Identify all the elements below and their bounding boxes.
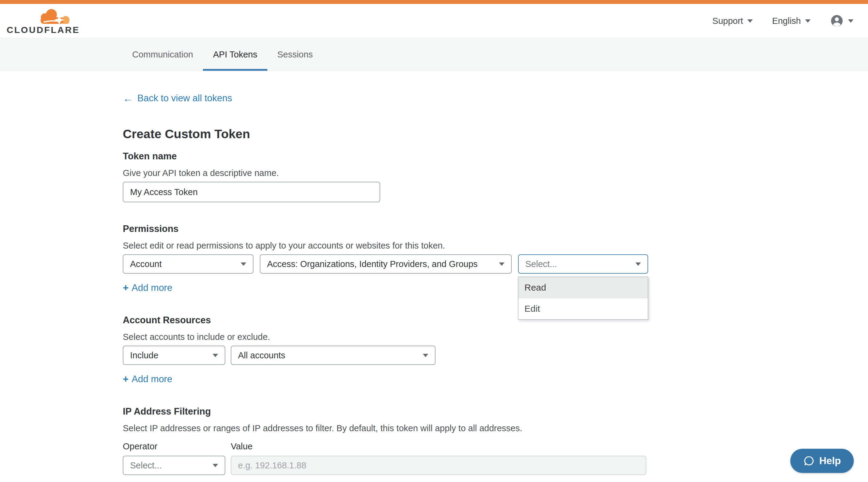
chevron-down-icon (805, 19, 810, 23)
menu-option-read[interactable]: Read (518, 277, 648, 298)
chat-bubble-icon (803, 455, 815, 467)
tab-communication[interactable]: Communication (122, 38, 203, 71)
ip-filtering-labels: Operator Value (123, 441, 655, 451)
account-resources-mode-value: Include (130, 350, 158, 360)
menu-option-edit[interactable]: Edit (518, 298, 648, 319)
chevron-down-icon (499, 262, 504, 266)
add-more-account-resources-label: Add more (131, 374, 172, 385)
cloudflare-wordmark: CLOUDFLARE (7, 25, 80, 34)
operator-select[interactable]: Select... (123, 456, 225, 475)
help-button[interactable]: Help (790, 449, 854, 473)
add-more-permissions-label: Add more (131, 282, 172, 293)
permission-level-select[interactable]: Select... (518, 254, 648, 274)
help-button-label: Help (819, 455, 841, 467)
chevron-down-icon (747, 19, 753, 23)
back-link-label: Back to view all tokens (137, 93, 232, 104)
avatar-icon (830, 14, 844, 28)
account-menu[interactable] (830, 14, 854, 28)
token-name-input[interactable] (123, 182, 380, 202)
language-menu[interactable]: English (772, 16, 810, 26)
cloudflare-cloud-icon (36, 7, 69, 25)
permissions-heading: Permissions (123, 223, 655, 234)
permission-scope-value: Account (130, 259, 162, 269)
language-menu-label: English (772, 16, 801, 26)
chevron-down-icon (213, 354, 218, 357)
tab-bar: Communication API Tokens Sessions (0, 38, 868, 71)
tab-api-tokens[interactable]: API Tokens (203, 38, 267, 71)
support-menu[interactable]: Support (712, 16, 753, 26)
top-accent-bar (0, 0, 868, 4)
permission-level-wrap: Select... Read Edit (518, 254, 648, 274)
left-arrow-icon: ← (123, 93, 133, 103)
account-resources-mode-select[interactable]: Include (123, 346, 225, 365)
chevron-down-icon (636, 262, 641, 266)
permission-scope-select[interactable]: Account (123, 254, 253, 274)
header: CLOUDFLARE Support English (0, 4, 868, 38)
chevron-down-icon (241, 262, 246, 266)
add-more-permissions-link[interactable]: + Add more (123, 282, 173, 294)
ip-filtering-row: Select... (123, 456, 655, 475)
account-resources-scope-value: All accounts (238, 350, 285, 360)
chevron-down-icon (213, 464, 218, 467)
value-label: Value (231, 441, 252, 451)
token-name-heading: Token name (123, 151, 655, 162)
tab-sessions[interactable]: Sessions (267, 38, 323, 71)
account-resources-description: Select accounts to include or exclude. (123, 332, 655, 342)
chevron-down-icon (423, 354, 428, 357)
page-title: Create Custom Token (123, 127, 655, 141)
ip-filtering-description: Select IP addresses or ranges of IP addr… (123, 423, 655, 433)
account-resources-row: Include All accounts (123, 346, 655, 365)
permissions-row: Account Access: Organizations, Identity … (123, 254, 655, 274)
chevron-down-icon (848, 19, 854, 23)
add-more-account-resources-link[interactable]: + Add more (123, 374, 173, 385)
plus-icon: + (123, 282, 128, 294)
ip-filtering-heading: IP Address Filtering (123, 406, 655, 417)
permission-resource-select[interactable]: Access: Organizations, Identity Provider… (260, 254, 512, 274)
permissions-description: Select edit or read permissions to apply… (123, 240, 655, 251)
token-name-description: Give your API token a descriptive name. (123, 168, 655, 178)
permission-resource-value: Access: Organizations, Identity Provider… (267, 259, 477, 269)
main-content: ← Back to view all tokens Create Custom … (123, 71, 655, 475)
back-link[interactable]: ← Back to view all tokens (123, 93, 232, 104)
account-resources-scope-select[interactable]: All accounts (231, 346, 435, 365)
permission-level-menu: Read Edit (518, 277, 648, 320)
top-nav: Support English (712, 14, 854, 28)
permission-level-value: Select... (525, 259, 557, 269)
plus-icon: + (123, 374, 128, 385)
operator-label: Operator (123, 441, 225, 451)
operator-value: Select... (130, 460, 162, 471)
cloudflare-logo[interactable]: CLOUDFLARE (7, 7, 80, 34)
support-menu-label: Support (712, 16, 743, 26)
ip-value-input[interactable] (231, 456, 646, 475)
